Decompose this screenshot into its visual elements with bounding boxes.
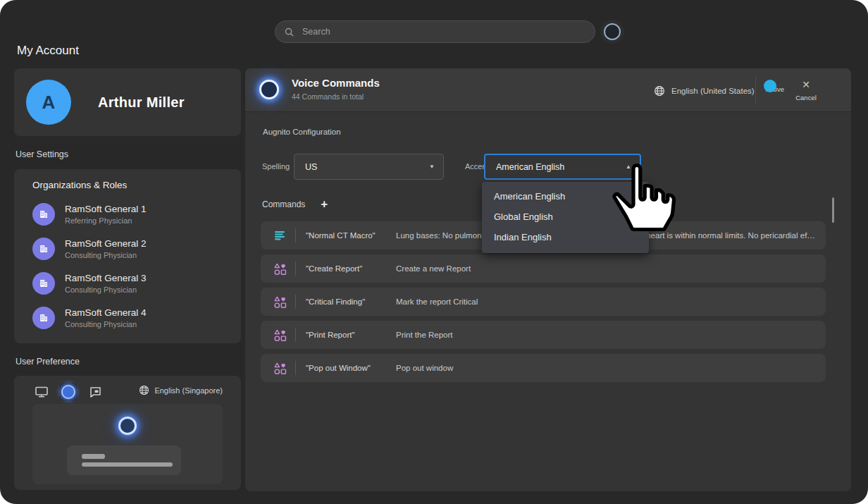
command-row-pop-out-window[interactable]: "Pop out Window" Pop out window <box>261 354 826 382</box>
monitor-icon[interactable] <box>32 383 51 401</box>
accent-value: American English <box>496 162 564 172</box>
add-command-button[interactable]: + <box>321 199 328 209</box>
org-name: RamSoft General 2 <box>65 238 147 249</box>
organizations-title: Organizations & Roles <box>32 180 127 190</box>
org-role: Referring Physician <box>65 216 147 225</box>
accent-option-american-english[interactable]: American English <box>482 186 649 207</box>
organizations-card: Organizations & Roles RamSoft General 1 … <box>14 169 241 343</box>
globe-icon <box>654 85 665 97</box>
voice-preview-panel <box>32 404 223 484</box>
panel-language-text: English (United States) <box>671 87 755 95</box>
org-role: Consulting Physician <box>65 320 147 328</box>
command-description: Mark the report Critical <box>396 297 826 306</box>
cancel-label: Cancel <box>793 94 819 102</box>
accent-option-indian-english[interactable]: Indian English <box>482 227 649 247</box>
shapes-icon <box>273 361 287 375</box>
text-lines-icon <box>273 228 287 242</box>
user-preference-card: English (Singapore) <box>14 376 241 490</box>
accent-select[interactable]: American English ▲ <box>484 154 641 180</box>
voice-glow-icon <box>61 385 75 399</box>
accent-option-global-english[interactable]: Global English <box>482 207 649 227</box>
command-description: Print the Report <box>396 331 826 339</box>
org-name: RamSoft General 4 <box>65 307 147 318</box>
user-settings-label: User Settings <box>16 149 68 159</box>
org-name: RamSoft General 1 <box>65 204 147 214</box>
user-card[interactable]: A Arthur Miller <box>14 68 241 136</box>
scrollbar-thumb[interactable] <box>832 197 834 223</box>
app-window: My Account A Arthur Miller User Settings… <box>0 0 868 504</box>
command-description: Pop out window <box>396 364 826 372</box>
preference-language[interactable]: English (Singapore) <box>139 385 223 395</box>
command-name: "Normal CT Macro" <box>306 231 396 240</box>
chevron-down-icon: ▼ <box>429 164 435 170</box>
close-icon: ✕ <box>802 79 810 90</box>
commands-label: Commands <box>262 199 305 209</box>
org-item-ramsoft-general-2[interactable]: RamSoft General 2 Consulting Physician <box>32 235 230 263</box>
organization-icon <box>32 203 55 226</box>
skeleton-bar <box>82 462 173 467</box>
header-divider <box>755 77 756 104</box>
org-role: Consulting Physician <box>65 285 147 294</box>
command-name: "Create Report" <box>306 264 396 273</box>
voice-commands-panel: Voice Commands 44 Commands in total Engl… <box>245 68 851 491</box>
active-toggle[interactable]: Active <box>761 81 789 93</box>
org-item-ramsoft-general-4[interactable]: RamSoft General 4 Consulting Physician <box>32 304 230 332</box>
divider <box>295 328 296 342</box>
skeleton-bar <box>82 454 105 459</box>
search-bar[interactable] <box>275 20 595 43</box>
user-name: Arthur Miller <box>98 94 185 111</box>
voice-mode-icon[interactable] <box>59 383 78 401</box>
panel-language[interactable]: English (United States) <box>654 85 755 97</box>
org-item-ramsoft-general-1[interactable]: RamSoft General 1 Referring Physician <box>32 200 230 228</box>
preference-language-text: English (Singapore) <box>154 386 223 395</box>
divider <box>295 228 296 242</box>
cancel-button[interactable]: ✕ Cancel <box>793 78 819 102</box>
user-preference-label: User Preference <box>16 357 80 367</box>
divider <box>295 361 296 375</box>
tooltip-preview <box>67 445 181 475</box>
spelling-label: Spelling <box>262 162 290 171</box>
panel-header: Voice Commands 44 Commands in total Engl… <box>245 68 851 112</box>
command-row-print-report[interactable]: "Print Report" Print the Report <box>261 321 826 349</box>
command-description: Create a new Report <box>396 264 826 273</box>
command-name: "Critical Finding" <box>306 297 396 306</box>
search-icon <box>284 27 294 37</box>
screenshot-root: My Account A Arthur Miller User Settings… <box>0 0 868 504</box>
augnito-configuration-label: Augnito Configuration <box>263 128 341 136</box>
voice-commands-icon <box>259 80 279 99</box>
voice-ring-icon <box>604 23 621 40</box>
organization-icon <box>32 238 55 260</box>
voice-status-button[interactable] <box>600 20 624 44</box>
shapes-icon <box>273 295 287 309</box>
organization-icon <box>32 272 55 295</box>
voice-glow-icon <box>118 417 137 435</box>
command-row-critical-finding[interactable]: "Critical Finding" Mark the report Criti… <box>261 288 826 316</box>
divider <box>295 262 296 276</box>
shapes-icon <box>273 262 287 276</box>
shapes-icon <box>273 328 287 342</box>
organization-icon <box>32 307 55 329</box>
spelling-select[interactable]: US ▼ <box>294 154 444 180</box>
spelling-value: US <box>305 162 317 172</box>
command-name: "Pop out Window" <box>306 364 396 372</box>
org-name: RamSoft General 3 <box>65 273 147 283</box>
command-row-create-report[interactable]: "Create Report" Create a new Report <box>261 254 826 283</box>
divider <box>295 295 296 309</box>
panel-subtitle: 44 Commands in total <box>292 92 364 101</box>
panel-title: Voice Commands <box>292 77 380 89</box>
avatar: A <box>26 80 71 125</box>
chat-icon[interactable] <box>86 383 104 401</box>
command-name: "Print Report" <box>306 331 396 339</box>
chevron-up-icon: ▲ <box>626 164 631 170</box>
org-role: Consulting Physician <box>65 251 147 259</box>
page-title: My Account <box>17 44 79 58</box>
globe-icon <box>139 385 149 395</box>
accent-dropdown-menu: American English Global English Indian E… <box>482 182 649 253</box>
org-item-ramsoft-general-3[interactable]: RamSoft General 3 Consulting Physician <box>32 269 230 297</box>
search-input[interactable] <box>301 26 586 37</box>
